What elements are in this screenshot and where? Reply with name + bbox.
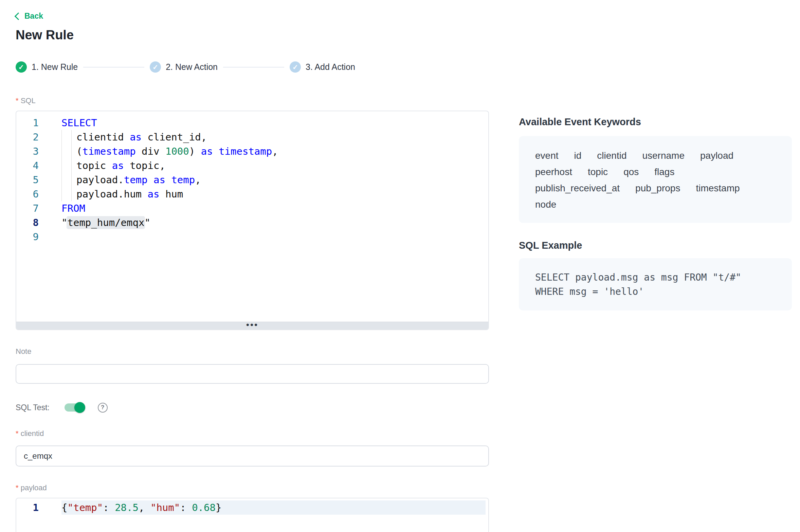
line-number: 9 bbox=[16, 230, 39, 244]
keyword-row: node bbox=[535, 196, 776, 213]
keyword-row: eventidclientidusernamepayload bbox=[535, 148, 776, 164]
step-check-icon: ✓ bbox=[290, 61, 301, 73]
keyword-row: peerhosttopicqosflags bbox=[535, 164, 776, 180]
line-number: 3 bbox=[16, 144, 39, 158]
event-keyword: event bbox=[535, 148, 559, 164]
event-keyword: flags bbox=[654, 164, 674, 180]
step-connector bbox=[223, 67, 284, 68]
payload-code-lines: 1{"temp": 28.5, "hum": 0.68} bbox=[16, 498, 488, 515]
code-line: 1SELECT bbox=[16, 116, 488, 130]
step-item-2: ✓2. New Action bbox=[150, 61, 218, 73]
new-rule-page: Back New Rule ✓1. New Rule✓2. New Action… bbox=[0, 0, 800, 532]
code-text: {"temp": 28.5, "hum": 0.68} bbox=[61, 500, 486, 515]
event-keyword: timestamp bbox=[696, 180, 740, 196]
code-text: clientid as client_id, bbox=[61, 130, 488, 144]
code-line: 4topic as topic, bbox=[16, 158, 488, 173]
event-keyword: username bbox=[642, 148, 685, 164]
event-keyword: payload bbox=[700, 148, 733, 164]
back-label: Back bbox=[24, 12, 43, 21]
code-line: 3(timestamp div 1000) as timestamp, bbox=[16, 144, 488, 158]
code-line: 6payload.hum as hum bbox=[16, 187, 488, 201]
code-line: 5payload.temp as temp, bbox=[16, 173, 488, 187]
back-link[interactable]: Back bbox=[16, 12, 43, 21]
note-field-label: Note bbox=[16, 347, 489, 356]
keywords-panel-title: Available Event Keywords bbox=[519, 116, 792, 128]
line-number: 1 bbox=[16, 500, 39, 515]
payload-field-label: payload bbox=[16, 483, 489, 492]
code-line: 2clientid as client_id, bbox=[16, 130, 488, 144]
payload-code-editor[interactable]: 1{"temp": 28.5, "hum": 0.68} bbox=[16, 498, 489, 532]
event-keyword: topic bbox=[588, 164, 608, 180]
line-number: 5 bbox=[16, 173, 39, 187]
step-item-1: ✓1. New Rule bbox=[16, 61, 78, 73]
sql-example-panel: SELECT payload.msg as msg FROM "t/#"WHER… bbox=[519, 258, 792, 310]
drag-dots-icon: ••• bbox=[246, 323, 258, 326]
code-line: 7FROM bbox=[16, 201, 488, 215]
code-text: payload.hum as hum bbox=[61, 187, 488, 201]
sql-example-title: SQL Example bbox=[519, 239, 792, 251]
code-text: payload.temp as temp, bbox=[61, 173, 488, 187]
code-text: SELECT bbox=[61, 116, 488, 130]
code-text: topic as topic, bbox=[61, 158, 488, 173]
sql-test-toggle[interactable] bbox=[65, 403, 84, 412]
step-connector bbox=[83, 67, 144, 68]
code-line: 8"temp_hum/emqx" bbox=[16, 215, 488, 230]
line-number: 6 bbox=[16, 187, 39, 201]
wizard-steps: ✓1. New Rule✓2. New Action✓3. Add Action bbox=[16, 61, 489, 73]
step-item-3: ✓3. Add Action bbox=[290, 61, 355, 73]
line-number: 4 bbox=[16, 158, 39, 173]
code-text: FROM bbox=[61, 201, 488, 215]
clientid-field-label: clientid bbox=[16, 429, 489, 438]
code-text bbox=[61, 230, 488, 244]
step-check-icon: ✓ bbox=[16, 61, 27, 73]
page-title: New Rule bbox=[16, 28, 800, 42]
line-number: 8 bbox=[16, 215, 39, 230]
event-keyword: publish_received_at bbox=[535, 180, 620, 196]
clientid-input[interactable] bbox=[16, 445, 489, 467]
sql-example-line: WHERE msg = 'hello' bbox=[535, 285, 776, 299]
event-keyword: qos bbox=[623, 164, 639, 180]
sql-field-label: SQL bbox=[16, 96, 489, 105]
editor-resize-handle[interactable]: ••• bbox=[16, 322, 488, 329]
step-check-icon: ✓ bbox=[150, 61, 161, 73]
line-number: 2 bbox=[16, 130, 39, 144]
code-line: 1{"temp": 28.5, "hum": 0.68} bbox=[16, 500, 488, 515]
toggle-thumb bbox=[74, 402, 85, 413]
help-icon[interactable]: ? bbox=[98, 403, 108, 413]
sql-code-lines: 1SELECT2clientid as client_id,3(timestam… bbox=[16, 111, 488, 244]
chevron-left-icon bbox=[15, 13, 22, 20]
event-keyword: node bbox=[535, 196, 556, 213]
code-text: (timestamp div 1000) as timestamp, bbox=[61, 144, 488, 158]
event-keyword: peerhost bbox=[535, 164, 572, 180]
keyword-row: publish_received_atpub_propstimestamp bbox=[535, 180, 776, 196]
step-label: 2. New Action bbox=[166, 62, 218, 72]
line-number: 7 bbox=[16, 201, 39, 215]
sql-test-label: SQL Test: bbox=[16, 403, 50, 412]
event-keyword: pub_props bbox=[635, 180, 680, 196]
keywords-panel: eventidclientidusernamepayloadpeerhostto… bbox=[519, 136, 792, 223]
note-input[interactable] bbox=[16, 364, 489, 384]
step-label: 3. Add Action bbox=[306, 62, 355, 72]
code-line: 9 bbox=[16, 230, 488, 244]
event-keyword: id bbox=[574, 148, 582, 164]
code-text: "temp_hum/emqx" bbox=[61, 215, 488, 230]
line-number: 1 bbox=[16, 116, 39, 130]
sql-example-line: SELECT payload.msg as msg FROM "t/#" bbox=[535, 270, 776, 285]
step-label: 1. New Rule bbox=[32, 62, 78, 72]
event-keyword: clientid bbox=[597, 148, 626, 164]
sql-code-editor[interactable]: 1SELECT2clientid as client_id,3(timestam… bbox=[16, 111, 489, 330]
